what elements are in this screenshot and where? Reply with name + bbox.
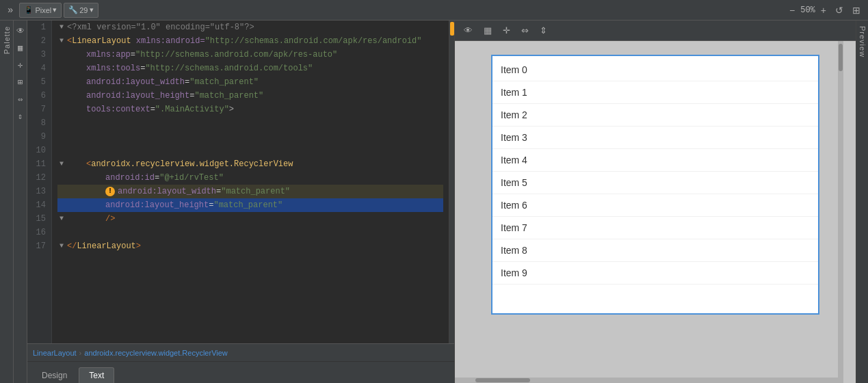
preview-align-h-btn[interactable]: ⇔ xyxy=(518,23,532,38)
preview-eye-btn[interactable]: 👁 xyxy=(460,23,476,38)
tab-text[interactable]: Text xyxy=(79,367,114,383)
main-area: Palette 👁 ▦ ✛ ⊞ ⇔ ⇕ 12345678910111213141… xyxy=(0,21,868,383)
device-selector[interactable]: 📱 Pixel ▾ xyxy=(19,3,62,18)
preview-area: 👁 ▦ ✛ ⇔ ⇕ Item 0Item 1Item 2Item 3Item 4… xyxy=(455,21,856,383)
line-number: 13 xyxy=(33,185,46,198)
recycler-item: Item 9 xyxy=(492,262,818,285)
code-line[interactable]: android:layout_height="match_parent" xyxy=(57,198,443,212)
fold-icon[interactable]: ▼ xyxy=(57,157,66,171)
bottom-tabs: Design Text xyxy=(27,361,454,383)
tab-design[interactable]: Design xyxy=(31,367,77,383)
warning-icon: ! xyxy=(105,187,115,196)
code-line[interactable]: ▼</LinearLayout> xyxy=(57,239,443,253)
code-line[interactable]: android:layout_height="match_parent" xyxy=(57,89,443,103)
snap-icon[interactable]: ✛ xyxy=(16,59,24,72)
recycler-item: Item 5 xyxy=(492,172,818,194)
zoom-controls: − 50% + ↺ ⊞ xyxy=(786,3,864,18)
breadcrumb-item-linear[interactable]: LinearLayout xyxy=(33,349,77,357)
preview-right-label: Preview xyxy=(858,26,867,57)
line-number: 3 xyxy=(33,48,46,62)
code-scrollbar[interactable] xyxy=(449,21,454,343)
code-line[interactable]: ▼<LinearLayout xmlns:android="http://sch… xyxy=(57,34,443,48)
line-number: 10 xyxy=(33,144,46,157)
code-editor: 1234567891011121314151617 ▼<?xml version… xyxy=(27,21,455,383)
fold-icon[interactable]: ▼ xyxy=(57,212,66,226)
recycler-item: Item 6 xyxy=(492,194,818,217)
line-number: 8 xyxy=(33,116,46,130)
phone-screen: Item 0Item 1Item 2Item 3Item 4Item 5Item… xyxy=(491,55,819,315)
code-line[interactable]: ▼/> xyxy=(57,212,443,226)
phone-icon: 📱 xyxy=(24,5,34,14)
line-numbers: 1234567891011121314151617 xyxy=(27,21,52,343)
code-line[interactable]: android:id="@+id/rvTest" xyxy=(57,171,443,185)
zoom-reset-button[interactable]: ↺ xyxy=(832,3,847,18)
code-lines: ▼<?xml version="1.0" encoding="utf-8"?>▼… xyxy=(52,21,449,343)
line-number: 7 xyxy=(33,103,46,116)
breadcrumb-bar: LinearLayout › androidx.recyclerview.wid… xyxy=(27,343,454,361)
preview-grid-btn[interactable]: ▦ xyxy=(480,23,495,38)
distribute-h-icon[interactable]: ⇔ xyxy=(16,93,24,106)
zoom-label: 50% xyxy=(800,5,815,15)
code-text: tools:context=".MainActivity"> xyxy=(86,103,234,116)
preview-scroll-thumb-v xyxy=(839,44,843,71)
code-text: xmlns:app="http://schemas.android.com/ap… xyxy=(86,48,337,62)
preview-snap-btn[interactable]: ✛ xyxy=(499,23,514,38)
line-number: 4 xyxy=(33,62,46,75)
preview-scrollbar-v[interactable] xyxy=(838,41,843,383)
api-label: 29 xyxy=(79,6,88,14)
code-text: </LinearLayout> xyxy=(67,239,141,253)
api-selector[interactable]: 🔧 29 ▾ xyxy=(64,3,98,18)
line-number: 2 xyxy=(33,34,46,48)
code-line[interactable] xyxy=(57,144,443,157)
code-text: /> xyxy=(105,212,115,226)
grid-icon[interactable]: ▦ xyxy=(16,42,24,55)
device-label: Pixel xyxy=(35,6,51,14)
breadcrumb-sep: › xyxy=(79,349,82,357)
chevron-down-icon-api: ▾ xyxy=(90,5,94,14)
zoom-in-button[interactable]: + xyxy=(817,3,830,18)
preview-align-v-btn[interactable]: ⇕ xyxy=(536,23,551,38)
preview-toolbar: 👁 ▦ ✛ ⇔ ⇕ xyxy=(455,21,856,41)
code-line[interactable] xyxy=(57,130,443,144)
fold-icon[interactable]: ▼ xyxy=(57,21,66,34)
recycler-view: Item 0Item 1Item 2Item 3Item 4Item 5Item… xyxy=(492,56,818,287)
eye-icon[interactable]: 👁 xyxy=(15,25,26,38)
recycler-item: Item 0 xyxy=(492,59,818,81)
code-line[interactable]: android:layout_width="match_parent" xyxy=(57,75,443,89)
zoom-out-button[interactable]: − xyxy=(786,3,798,18)
zoom-fit-button[interactable]: ⊞ xyxy=(849,3,864,18)
code-scrollbar-thumb xyxy=(450,22,454,36)
code-line[interactable] xyxy=(57,226,443,239)
code-text: xmlns:tools="http://schemas.android.com/… xyxy=(86,62,313,75)
code-line[interactable]: tools:context=".MainActivity"> xyxy=(57,103,443,116)
distribute-v-icon[interactable]: ⇕ xyxy=(16,110,24,123)
overflow-icon[interactable]: » xyxy=(4,3,16,18)
recycler-item: Item 4 xyxy=(492,149,818,172)
fold-icon[interactable]: ▼ xyxy=(57,239,66,253)
line-number: 11 xyxy=(33,157,46,171)
code-content[interactable]: 1234567891011121314151617 ▼<?xml version… xyxy=(27,21,449,343)
align-icon[interactable]: ⊞ xyxy=(16,76,24,89)
palette-label: Palette xyxy=(3,26,11,54)
line-number: 17 xyxy=(33,239,46,253)
code-text: android:layout_width="match_parent" xyxy=(86,75,259,89)
code-line[interactable] xyxy=(57,116,443,130)
code-line[interactable]: xmlns:tools="http://schemas.android.com/… xyxy=(57,62,443,75)
fold-icon[interactable]: ▼ xyxy=(57,34,66,48)
tools-sidebar: 👁 ▦ ✛ ⊞ ⇔ ⇕ xyxy=(14,21,27,383)
code-line[interactable]: !android:layout_width="match_parent" xyxy=(57,185,443,198)
code-line[interactable]: ▼<androidx.recyclerview.widget.RecyclerV… xyxy=(57,157,443,171)
code-line[interactable]: ▼<?xml version="1.0" encoding="utf-8"?> xyxy=(57,21,443,34)
preview-scrollbar-h[interactable] xyxy=(455,378,843,383)
recycler-item: Item 2 xyxy=(492,104,818,127)
code-outer: 1234567891011121314151617 ▼<?xml version… xyxy=(27,21,454,343)
toolbar-left-group: » xyxy=(4,3,16,18)
code-text: <androidx.recyclerview.widget.RecyclerVi… xyxy=(86,157,293,171)
code-text: <LinearLayout xmlns:android="http://sche… xyxy=(67,34,422,48)
code-text: android:layout_height="match_parent" xyxy=(86,89,263,103)
code-line[interactable]: xmlns:app="http://schemas.android.com/ap… xyxy=(57,48,443,62)
line-number: 1 xyxy=(33,21,46,34)
line-number: 15 xyxy=(33,212,46,226)
breadcrumb-item-recyclerview[interactable]: androidx.recyclerview.widget.RecyclerVie… xyxy=(84,349,228,357)
recycler-item: Item 3 xyxy=(492,127,818,149)
